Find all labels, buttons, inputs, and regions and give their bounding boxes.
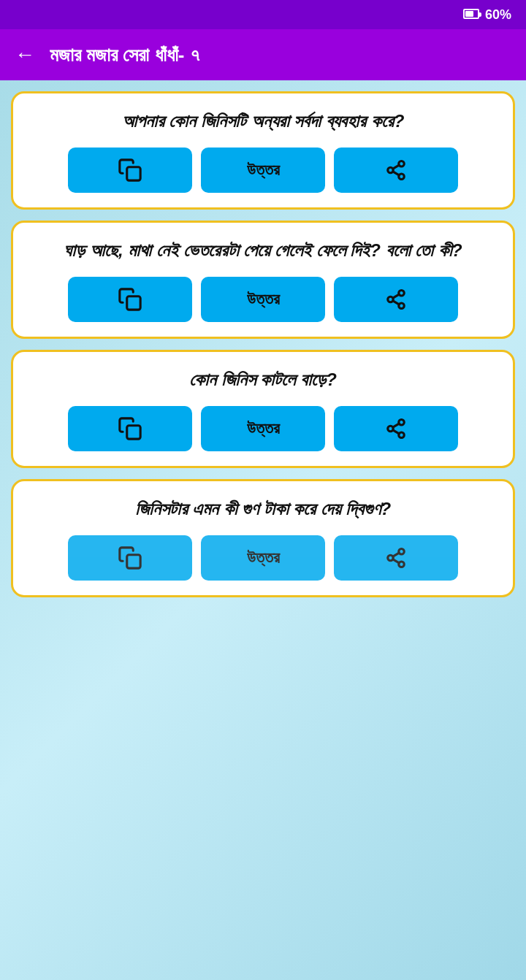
- share-button-1[interactable]: [334, 148, 458, 193]
- status-bar: 60%: [0, 0, 526, 29]
- question-text-1: আপনার কোন জিনিসটি অন্যরা সর্বদা ব্যবহার …: [122, 108, 405, 134]
- app-title: মজার মজার সেরা ধাঁধাঁ- ৭: [50, 44, 199, 66]
- answer-button-3[interactable]: উত্তর: [201, 406, 325, 451]
- svg-line-11: [393, 294, 400, 298]
- svg-rect-6: [127, 296, 140, 310]
- copy-button-4[interactable]: [68, 535, 192, 581]
- riddle-card-1: আপনার কোন জিনিসটি অন্যরা সর্বদা ব্যবহার …: [11, 91, 515, 210]
- copy-icon-3: [118, 416, 142, 441]
- svg-rect-18: [127, 555, 140, 568]
- copy-button-3[interactable]: [68, 406, 192, 451]
- btn-row-4: উত্তর: [28, 535, 498, 581]
- btn-row-1: উত্তর: [28, 148, 498, 193]
- riddle-card-3: কোন জিনিস কাটলে বাড়ে? উত্তর: [11, 350, 515, 468]
- svg-line-16: [393, 430, 400, 434]
- copy-icon: [118, 158, 142, 183]
- answer-button-4[interactable]: উত্তর: [201, 535, 325, 581]
- riddle-card-4: জিনিসটার এমন কী গুণ টাকা করে দেয় দ্বিগু…: [11, 479, 515, 597]
- answer-label-2: উত্তর: [247, 290, 280, 309]
- share-button-4[interactable]: [334, 535, 458, 581]
- svg-line-23: [393, 553, 400, 556]
- svg-line-10: [393, 301, 400, 305]
- svg-rect-0: [127, 167, 140, 180]
- riddle-card-2: ঘাড় আছে, মাথা নেই ভেতরেরটা পেয়ে গেলেই …: [11, 221, 515, 339]
- content-area: আপনার কোন জিনিসটি অন্যরা সর্বদা ব্যবহার …: [0, 80, 526, 980]
- copy-icon-4: [118, 545, 142, 570]
- share-icon-2: [385, 288, 407, 310]
- question-text-4: জিনিসটার এমন কী গুণ টাকা করে দেয় দ্বিগু…: [135, 496, 391, 522]
- question-text-3: কোন জিনিস কাটলে বাড়ে?: [189, 367, 337, 393]
- copy-button-1[interactable]: [68, 148, 192, 193]
- battery-percent: 60%: [485, 7, 511, 23]
- question-text-2: ঘাড় আছে, মাথা নেই ভেতরেরটা পেয়ে গেলেই …: [64, 237, 462, 264]
- share-icon-4: [385, 547, 407, 569]
- share-icon: [385, 159, 407, 181]
- back-button[interactable]: ←: [15, 43, 35, 66]
- svg-line-22: [393, 559, 400, 563]
- answer-label-4: উত্তর: [247, 548, 280, 567]
- status-bar-content: 60%: [463, 7, 511, 23]
- share-icon-3: [385, 418, 407, 440]
- svg-line-5: [393, 165, 400, 169]
- share-button-2[interactable]: [334, 277, 458, 322]
- answer-label-1: উত্তর: [247, 161, 280, 180]
- btn-row-2: উত্তর: [28, 277, 498, 322]
- copy-icon-2: [118, 287, 142, 312]
- share-button-3[interactable]: [334, 406, 458, 451]
- btn-row-3: উত্তর: [28, 406, 498, 451]
- copy-button-2[interactable]: [68, 277, 192, 322]
- svg-rect-12: [127, 426, 140, 439]
- answer-button-2[interactable]: উত্তর: [201, 277, 325, 322]
- svg-line-17: [393, 424, 400, 427]
- answer-button-1[interactable]: উত্তর: [201, 148, 325, 193]
- svg-line-4: [393, 172, 400, 175]
- battery-icon: [463, 7, 481, 23]
- app-bar: ← মজার মজার সেরা ধাঁধাঁ- ৭: [0, 29, 526, 80]
- answer-label-3: উত্তর: [247, 419, 280, 438]
